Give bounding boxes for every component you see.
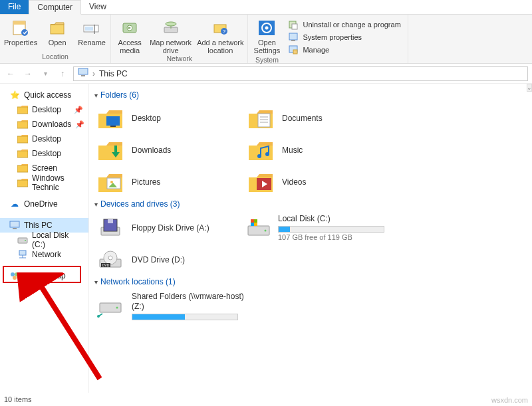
tab-file[interactable]: File [0, 0, 29, 14]
system-list: Uninstall or change a program System pro… [285, 16, 403, 62]
manage-button[interactable]: Manage [285, 44, 403, 56]
open-settings-label: Open Settings [254, 39, 281, 54]
drives-header[interactable]: ▾ Devices and drives (3) [94, 199, 521, 209]
svg-marker-4 [51, 23, 64, 25]
svg-rect-21 [292, 24, 297, 29]
svg-marker-51 [98, 110, 122, 114]
folder-icon [17, 104, 28, 115]
add-location-button[interactable]: ? Add a network location [197, 16, 243, 54]
access-media-button[interactable]: Access media [115, 16, 144, 54]
rename-button[interactable]: Rename [77, 16, 106, 52]
sidebar-quick-access[interactable]: ⭐ Quick access [0, 88, 88, 102]
map-drive-icon [160, 19, 182, 37]
tab-view[interactable]: View [81, 0, 114, 14]
local-disk[interactable]: Local Disk (C:) 107 GB free of 119 GB [245, 214, 384, 241]
svg-point-43 [25, 240, 26, 241]
properties-label: Properties [4, 39, 37, 47]
svg-rect-34 [17, 151, 28, 157]
svg-rect-56 [258, 114, 270, 127]
sidebar-item-downloads[interactable]: Downloads📌 [0, 117, 88, 132]
caret-icon: ▾ [94, 278, 98, 286]
floppy-icon [94, 215, 126, 241]
svg-rect-25 [293, 50, 297, 54]
folder-music[interactable]: Music [245, 137, 384, 163]
sidebar-network[interactable]: Network [0, 247, 88, 262]
nav-fwd-icon[interactable]: → [21, 67, 35, 80]
pc-icon [78, 68, 88, 79]
folder-icon [17, 177, 28, 188]
folder-videos[interactable]: Videos [245, 169, 384, 195]
folder-icon [17, 148, 28, 159]
svg-point-70 [110, 181, 113, 183]
dvd-drive[interactable]: DVD DVD Drive (D:) [94, 247, 234, 273]
add-location-icon: ? [209, 19, 231, 37]
title-tabs: File Computer View [0, 0, 532, 15]
sidebar-item-desktop[interactable]: Desktop📌 [0, 102, 88, 117]
group-network-label: Network [167, 54, 193, 64]
address-input[interactable]: › This PC [73, 66, 528, 81]
sysprops-button[interactable]: System properties [285, 31, 403, 43]
folder-desktop[interactable]: Desktop [94, 105, 234, 132]
svg-point-19 [265, 27, 269, 30]
open-settings-button[interactable]: Open Settings [252, 16, 281, 54]
svg-rect-28 [17, 107, 28, 114]
svg-rect-83 [254, 219, 257, 223]
svg-rect-52 [106, 116, 120, 126]
open-icon [47, 19, 68, 37]
group-location-label: Location [42, 52, 68, 62]
sidebar-onedrive[interactable]: ☁ OneDrive [0, 197, 88, 211]
netloc-header[interactable]: ▾ Network locations (1) [94, 277, 521, 286]
svg-rect-41 [13, 228, 17, 229]
open-button[interactable]: Open [43, 16, 72, 52]
svg-point-66 [265, 152, 269, 156]
svg-point-12 [166, 22, 176, 26]
folders-header[interactable]: ▾ Folders (6) [94, 90, 521, 100]
nav-up-icon[interactable]: ↑ [56, 67, 69, 80]
nav-dropdown-icon[interactable]: ▾ [39, 67, 52, 80]
svg-marker-55 [249, 110, 273, 114]
media-icon [119, 19, 140, 37]
properties-button[interactable]: Properties [4, 16, 37, 52]
nav-back-icon[interactable]: ← [4, 67, 17, 80]
add-location-label: Add a network location [197, 39, 243, 54]
annotation-box [3, 266, 81, 283]
uninstall-icon [288, 19, 299, 30]
cloud-icon: ☁ [9, 199, 20, 209]
folder-icon [245, 105, 277, 132]
scroll-dropdown-icon[interactable]: ⌄ [527, 84, 532, 92]
svg-rect-85 [254, 223, 257, 226]
address-text: This PC [99, 69, 128, 78]
dvd-icon: DVD [94, 247, 126, 273]
folder-documents[interactable]: Documents [245, 105, 384, 132]
svg-rect-26 [78, 68, 88, 74]
capacity-bar [278, 226, 384, 233]
address-bar: ← → ▾ ↑ › This PC [0, 64, 532, 84]
ribbon: Properties Open Rename Location [0, 15, 532, 64]
uninstall-button[interactable]: Uninstall or change a program [285, 19, 403, 31]
map-drive-button[interactable]: Map network drive [150, 16, 192, 54]
rename-icon [81, 19, 102, 37]
drive-icon [245, 215, 273, 241]
svg-rect-78 [108, 219, 113, 223]
folder-pictures[interactable]: Pictures [94, 169, 234, 195]
floppy-drive[interactable]: Floppy Disk Drive (A:) [94, 214, 234, 241]
group-system-label: System [255, 56, 279, 65]
tab-computer[interactable]: Computer [29, 0, 81, 15]
folder-downloads[interactable]: Downloads [94, 137, 234, 163]
sidebar-local-disk[interactable]: Local Disk (C:) [0, 233, 88, 247]
access-media-label: Access media [118, 39, 141, 54]
svg-point-80 [265, 229, 267, 231]
svg-rect-84 [251, 223, 254, 226]
rename-label: Rename [78, 39, 106, 47]
network-icon [17, 249, 28, 260]
pin-icon: 📌 [74, 106, 83, 114]
shared-folders[interactable]: Shared Folders (\\vmware-host) (Z:) [94, 292, 267, 320]
folder-icon [17, 163, 28, 173]
sidebar-item-windows-technic[interactable]: Windows Technic [0, 175, 88, 190]
sidebar-item-desktop[interactable]: Desktop [0, 132, 88, 146]
star-icon: ⭐ [9, 90, 20, 100]
folder-icon [94, 169, 126, 195]
sidebar-item-desktop[interactable]: Desktop [0, 146, 88, 161]
svg-point-94 [97, 315, 100, 318]
folder-icon [17, 119, 28, 130]
